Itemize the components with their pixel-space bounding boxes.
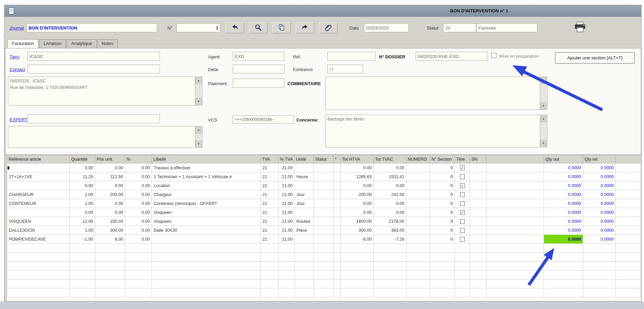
contact-link[interactable]: Contact	[10, 67, 25, 72]
address-scrollbar[interactable]: ▲ ▼	[195, 77, 202, 105]
cell-empty[interactable]	[470, 262, 487, 271]
cell-titre[interactable]	[455, 190, 470, 199]
cell-htva[interactable]: 0.00	[341, 163, 374, 172]
cell-unite[interactable]	[295, 181, 314, 190]
cell-empty[interactable]	[583, 262, 616, 271]
cell-empty[interactable]	[7, 279, 70, 288]
cell-ptva[interactable]: 21.00	[279, 181, 295, 190]
cell-qtyret[interactable]: 0.0000	[583, 226, 616, 235]
cell-empty[interactable]	[334, 262, 341, 271]
cell-empty[interactable]	[470, 279, 487, 288]
column-header-tva[interactable]: TVA	[261, 155, 279, 163]
cell-numero[interactable]	[406, 208, 430, 217]
cell-empty[interactable]	[487, 244, 544, 253]
cell-empty[interactable]	[295, 253, 314, 262]
tab-analytique[interactable]: Analytique	[67, 39, 97, 48]
commentaire-scrollbar[interactable]: ▲ ▼	[540, 77, 547, 109]
cell-empty[interactable]	[341, 262, 374, 271]
cell-empty[interactable]	[334, 253, 341, 262]
cell-numero[interactable]	[406, 199, 430, 208]
cell-prix[interactable]: 0.00	[95, 199, 125, 208]
cell-empty[interactable]	[7, 288, 70, 297]
date-input[interactable]	[364, 23, 409, 32]
cell-pct[interactable]: 0.00	[125, 226, 152, 235]
cell-empty[interactable]	[125, 279, 152, 288]
cell-qty[interactable]: -1.00	[70, 235, 95, 244]
journal-link[interactable]: Journal	[9, 25, 24, 31]
cell-empty[interactable]	[583, 271, 616, 279]
cell-unite[interactable]	[295, 235, 314, 244]
ref-input[interactable]	[327, 52, 375, 61]
cell-pct[interactable]: 0.00	[125, 208, 152, 217]
cell-empty[interactable]	[544, 262, 583, 271]
cell-empty[interactable]	[295, 271, 314, 279]
cell-empty[interactable]	[583, 288, 616, 297]
cell-empty[interactable]	[455, 271, 470, 279]
cell-empty[interactable]	[374, 288, 406, 297]
cell-tva[interactable]: 21	[261, 208, 279, 217]
cell-numero[interactable]	[406, 235, 430, 244]
cell-gap2[interactable]	[616, 226, 641, 235]
titre-checkbox[interactable]	[460, 201, 465, 206]
cell-ptva[interactable]: 21.00	[279, 199, 295, 208]
cell-sn[interactable]	[470, 199, 487, 208]
cell-numero[interactable]	[406, 190, 430, 199]
cell-qtyout[interactable]: 0.0000	[544, 226, 583, 235]
cell-qtyret[interactable]: 0.0000	[583, 172, 616, 181]
expert-scrollbar[interactable]: ▲ ▼	[195, 127, 202, 147]
cell-empty[interactable]	[95, 279, 125, 288]
cell-sn[interactable]	[470, 172, 487, 181]
cell-empty[interactable]	[334, 244, 341, 253]
cell-lib[interactable]: Location	[152, 181, 261, 190]
cell-empty[interactable]	[279, 279, 295, 288]
cell-empty[interactable]	[374, 253, 406, 262]
cell-empty[interactable]	[583, 279, 616, 288]
cell-star[interactable]	[334, 226, 341, 235]
cell-empty[interactable]	[406, 288, 430, 297]
printer-icon[interactable]	[574, 22, 586, 34]
paiement-input[interactable]	[233, 79, 284, 88]
cell-empty[interactable]	[470, 244, 487, 253]
cell-empty[interactable]	[261, 279, 279, 288]
cell-empty[interactable]	[487, 253, 544, 262]
cell-empty[interactable]	[70, 279, 95, 288]
cell-ptva[interactable]: 21.00	[279, 217, 295, 226]
cell-empty[interactable]	[95, 253, 125, 262]
cell-empty[interactable]	[374, 271, 406, 279]
cell-gap2[interactable]	[616, 208, 641, 217]
cell-gap1[interactable]	[487, 199, 544, 208]
cell-empty[interactable]	[125, 253, 152, 262]
cell-empty[interactable]	[470, 288, 487, 297]
cell-empty[interactable]	[152, 279, 261, 288]
column-header-unit-[interactable]: Unité	[295, 155, 314, 163]
cell-pct[interactable]: 0.00	[125, 163, 152, 172]
cell-empty[interactable]	[487, 271, 544, 279]
mise-en-preparation-checkbox[interactable]	[491, 53, 496, 58]
cell-gap2[interactable]	[616, 235, 641, 244]
cell-sn[interactable]	[470, 181, 487, 190]
tab-livraison[interactable]: Livraison	[39, 39, 66, 48]
cell-empty[interactable]	[95, 244, 125, 253]
cell-empty[interactable]	[279, 244, 295, 253]
cell-statut[interactable]	[314, 181, 334, 190]
cell-qtyout[interactable]: 0.0000	[544, 190, 583, 199]
cell-unite[interactable]: Pièce	[295, 226, 314, 235]
cell-star[interactable]	[334, 217, 341, 226]
cell-empty[interactable]	[544, 271, 583, 279]
number-input[interactable]	[176, 23, 220, 32]
column-header-qty-ret[interactable]: Qty ret	[583, 155, 616, 163]
column-header--[interactable]: *	[334, 155, 341, 163]
tiers-input[interactable]	[28, 52, 160, 61]
tiers-link[interactable]: Tiers	[10, 54, 19, 59]
column-header--tva[interactable]: % TVA	[279, 155, 295, 163]
scroll-down-icon[interactable]: ▼	[195, 98, 202, 105]
cell-empty[interactable]	[430, 244, 455, 253]
cell-qtyret[interactable]: 0.0000	[583, 163, 616, 172]
cell-empty[interactable]	[70, 271, 95, 279]
cell-qtyout[interactable]: 0.0000	[544, 217, 583, 226]
cell-ref[interactable]	[7, 208, 70, 217]
cell-section[interactable]: 0	[430, 217, 455, 226]
cell-empty[interactable]	[261, 271, 279, 279]
agent-input[interactable]	[233, 52, 284, 61]
cell-empty[interactable]	[314, 271, 334, 279]
